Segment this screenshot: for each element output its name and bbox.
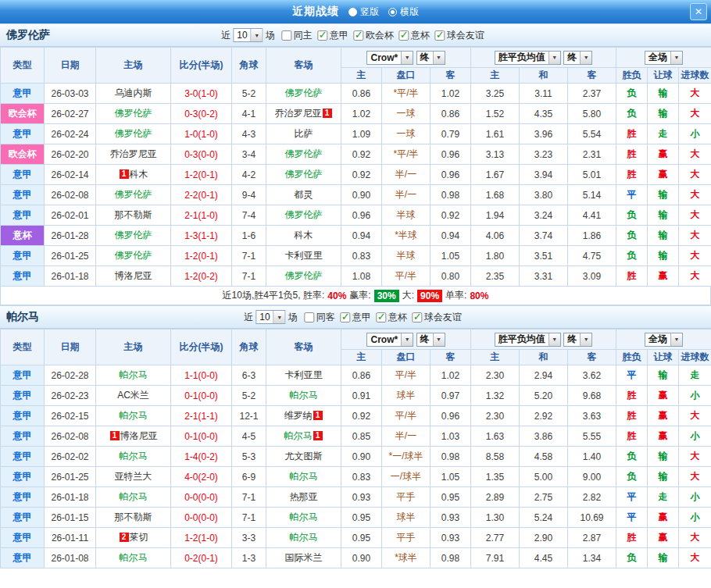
away-team-name[interactable]: 科木 xyxy=(295,230,313,241)
score-cell[interactable]: 0-1(0-0) xyxy=(171,426,232,447)
checkbox-icon[interactable] xyxy=(435,30,445,41)
away-team-name[interactable]: 帕尔马 xyxy=(290,471,318,482)
away-team-name[interactable]: 佛罗伦萨 xyxy=(285,169,323,180)
away-team-name[interactable]: 帕尔马 xyxy=(290,532,318,543)
away-team-name[interactable]: 佛罗伦萨 xyxy=(285,270,323,281)
away-team-name[interactable]: 国际米兰 xyxy=(285,552,323,563)
away-team-name[interactable]: 卡利亚里 xyxy=(285,369,323,380)
away-team-name[interactable]: 都灵 xyxy=(295,189,313,200)
home-team-name[interactable]: 乔治罗尼亚 xyxy=(110,148,157,159)
away-team-name[interactable]: 尤文图斯 xyxy=(285,451,323,461)
score-cell[interactable]: 3-0(1-0) xyxy=(171,84,232,104)
away-team-name[interactable]: 比萨 xyxy=(295,128,313,139)
recent-count-dropdown[interactable]: 10▼ xyxy=(233,28,263,42)
score-cell[interactable]: 1-2(1-0) xyxy=(171,528,232,548)
radio-button-icon[interactable] xyxy=(388,8,397,16)
avg-time-dropdown[interactable]: 终▼ xyxy=(563,51,592,65)
avg-dropdown[interactable]: 胜平负均值▼ xyxy=(495,51,561,65)
away-team-name[interactable]: 佛罗伦萨 xyxy=(285,209,323,220)
away-team-name[interactable]: 帕尔马 xyxy=(290,511,318,522)
score-cell[interactable]: 1-2(0-1) xyxy=(171,165,232,185)
avg-dropdown[interactable]: 胜平负均值▼ xyxy=(495,333,561,347)
filter-checkbox[interactable]: 欧会杯 xyxy=(354,29,394,42)
close-button[interactable]: ✕ xyxy=(690,3,707,20)
away-team-name[interactable]: 乔治罗尼亚 xyxy=(275,108,322,119)
score-cell[interactable]: 2-1(1-0) xyxy=(171,205,232,226)
odds-time-dropdown[interactable]: 终▼ xyxy=(416,333,445,347)
checkbox-icon[interactable] xyxy=(318,30,328,41)
away-team-name[interactable]: 热那亚 xyxy=(290,491,318,502)
score-cell[interactable]: 0-2(0-1) xyxy=(171,548,232,568)
scope-dropdown[interactable]: 全场▼ xyxy=(645,51,683,65)
filter-checkbox[interactable]: 球会友谊 xyxy=(413,311,462,324)
home-team-name[interactable]: 亚特兰大 xyxy=(115,471,152,482)
score-cell[interactable]: 1-4(0-2) xyxy=(171,447,232,467)
home-team-name[interactable]: 博洛尼亚 xyxy=(120,430,158,441)
filter-checkbox[interactable]: 意杯 xyxy=(377,311,407,324)
away-team-name[interactable]: 帕尔马 xyxy=(290,390,318,401)
radio-vertical[interactable]: 竖版 xyxy=(348,5,379,19)
checkbox-icon[interactable] xyxy=(305,312,315,323)
score-cell[interactable]: 2-1(1-1) xyxy=(171,406,232,426)
checkbox-icon[interactable] xyxy=(341,312,351,323)
home-team-name[interactable]: 帕尔马 xyxy=(120,369,148,380)
checkbox-icon[interactable] xyxy=(413,312,423,323)
filter-checkbox[interactable]: 意甲 xyxy=(318,29,348,42)
filter-checkbox[interactable]: 同客 xyxy=(305,311,335,324)
checkbox-icon[interactable] xyxy=(282,30,292,41)
filter-checkbox[interactable]: 意甲 xyxy=(341,311,371,324)
away-team-name[interactable]: 佛罗伦萨 xyxy=(285,87,323,98)
radio-button-icon[interactable] xyxy=(348,8,357,16)
filter-checkbox[interactable]: 意杯 xyxy=(399,29,430,42)
scope-dropdown[interactable]: 全场▼ xyxy=(645,333,683,347)
score-cell[interactable]: 0-3(0-0) xyxy=(171,144,232,165)
filter-checkbox[interactable]: 同主 xyxy=(282,29,313,42)
odds-source-dropdown[interactable]: Crow*▼ xyxy=(366,333,413,347)
team-name-parma[interactable]: 帕尔马 xyxy=(0,310,45,324)
odds-time-dropdown[interactable]: 终▼ xyxy=(416,51,445,65)
home-team-name[interactable]: 佛罗伦萨 xyxy=(115,108,152,119)
avg-time-dropdown[interactable]: 终▼ xyxy=(563,333,592,347)
away-team-name[interactable]: 卡利亚里 xyxy=(285,250,323,261)
avg-home-cell: 1.35 xyxy=(471,467,520,487)
score-cell[interactable]: 1-3(1-1) xyxy=(171,226,232,246)
home-team-name[interactable]: 佛罗伦萨 xyxy=(115,250,152,261)
team-name-fiorentina[interactable]: 佛罗伦萨 xyxy=(0,28,56,42)
home-team-name[interactable]: 乌迪内斯 xyxy=(115,87,152,98)
home-team-name[interactable]: 佛罗伦萨 xyxy=(115,128,152,139)
odds-source-dropdown[interactable]: Crow*▼ xyxy=(366,51,413,65)
score-cell[interactable]: 1-0(1-0) xyxy=(171,124,232,144)
checkbox-icon[interactable] xyxy=(399,30,409,41)
away-team-name[interactable]: 帕尔马 xyxy=(284,430,313,441)
radio-horizontal[interactable]: 横版 xyxy=(388,5,419,19)
home-team-name[interactable]: 莱切 xyxy=(130,532,148,543)
recent-count-dropdown[interactable]: 10▼ xyxy=(255,310,285,324)
score-cell[interactable]: 1-2(0-2) xyxy=(171,266,232,287)
home-team-name[interactable]: 那不勒斯 xyxy=(115,209,152,220)
away-cell: 帕尔马 xyxy=(266,386,341,406)
score-cell[interactable]: 2-2(0-1) xyxy=(171,185,232,205)
home-team-name[interactable]: 帕尔马 xyxy=(120,552,148,563)
home-team-name[interactable]: 帕尔马 xyxy=(120,451,148,461)
checkbox-icon[interactable] xyxy=(377,312,387,323)
score-cell[interactable]: 0-1(0-0) xyxy=(171,386,232,406)
score-cell[interactable]: 0-0(0-0) xyxy=(171,487,232,508)
score-cell[interactable]: 1-2(0-1) xyxy=(171,246,232,266)
score-cell[interactable]: 0-0(0-0) xyxy=(171,508,232,528)
home-team-name[interactable]: AC米兰 xyxy=(117,390,149,401)
score-cell[interactable]: 4-0(2-0) xyxy=(171,467,232,487)
home-team-name[interactable]: 佛罗伦萨 xyxy=(115,230,152,241)
checkbox-icon[interactable] xyxy=(354,30,364,41)
filter-checkbox[interactable]: 球会友谊 xyxy=(435,29,484,42)
home-team-name[interactable]: 那不勒斯 xyxy=(115,511,152,522)
score-cell[interactable]: 1-1(0-0) xyxy=(171,365,232,386)
home-team-name[interactable]: 科木 xyxy=(130,169,148,180)
score-cell[interactable]: 0-3(0-2) xyxy=(171,104,232,124)
away-team-name[interactable]: 维罗纳 xyxy=(284,410,313,421)
avg-draw-cell: 3.24 xyxy=(520,205,568,226)
home-team-name[interactable]: 帕尔马 xyxy=(120,491,148,502)
home-team-name[interactable]: 佛罗伦萨 xyxy=(115,189,152,200)
away-team-name[interactable]: 佛罗伦萨 xyxy=(285,148,323,159)
home-team-name[interactable]: 帕尔马 xyxy=(120,410,148,421)
home-team-name[interactable]: 博洛尼亚 xyxy=(115,270,152,281)
